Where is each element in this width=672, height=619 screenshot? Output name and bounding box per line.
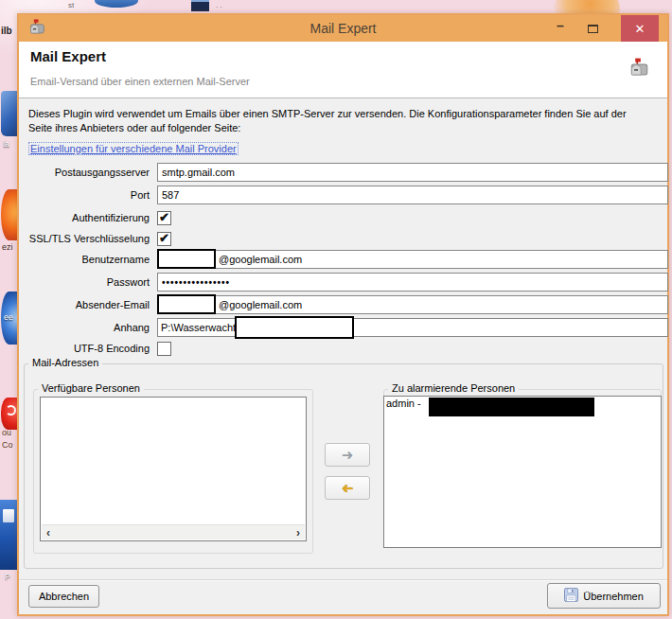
close-button[interactable]: ✕ xyxy=(621,15,659,42)
arrow-left-icon: ➜ xyxy=(342,480,354,497)
username-label: Benutzername xyxy=(19,254,150,265)
mail-addresses-group-label: Mail-Adressen xyxy=(28,357,102,368)
move-left-button[interactable]: ➜ xyxy=(325,476,370,500)
desktop-icon-label: ezi xyxy=(2,242,13,252)
dialog-body: Dieses Plugin wird verwendet um Emails ü… xyxy=(19,99,667,614)
smtp-server-label: Postausgangsserver xyxy=(19,167,150,178)
desktop-icon-label: ilb xyxy=(1,26,12,36)
desktop-icon-fragment-top2[interactable] xyxy=(191,0,209,11)
ssl-tls-label: SSL/TLS Verschlüsselung xyxy=(19,233,150,244)
title-bar[interactable]: Mail Expert – ✕ xyxy=(19,15,667,42)
page-subtitle: Email-Versand über einen externen Mail-S… xyxy=(30,76,250,87)
apply-button[interactable]: Übernehmen xyxy=(547,583,661,609)
redaction-box xyxy=(235,316,354,339)
sender-domain-text: @googlemail.com xyxy=(216,299,302,310)
footer-divider xyxy=(19,579,667,581)
attachment-path-text: P:\Wasserwacht\ xyxy=(158,322,239,333)
sender-email-label: Absender-Email xyxy=(19,299,150,310)
checkmark-icon: ✔ xyxy=(159,211,169,223)
alert-persons-group: Zu alarmierende Personen admin - xyxy=(383,389,662,548)
desktop-icon-label: P xyxy=(5,572,10,581)
utf8-encoding-label: UTF-8 Encoding xyxy=(19,343,150,354)
alert-person-name: admin - xyxy=(386,398,421,409)
mailbox-icon xyxy=(628,58,650,80)
maximize-button[interactable] xyxy=(580,15,605,42)
form-row-attachment: Anhang P:\Wasserwacht\ xyxy=(19,316,667,339)
cancel-button[interactable]: Abbrechen xyxy=(28,585,99,608)
password-input[interactable] xyxy=(157,273,668,292)
desktop-icon-label: Co xyxy=(2,440,13,450)
scroll-right-icon[interactable]: › xyxy=(296,526,300,539)
save-icon xyxy=(564,588,578,604)
desktop-icon-label: ee xyxy=(4,312,13,322)
desktop-icon-red-browser[interactable] xyxy=(1,398,17,430)
ssl-tls-checkbox[interactable]: ✔ xyxy=(157,232,171,246)
authentication-checkbox[interactable]: ✔ xyxy=(157,211,171,225)
form-row-password: Passwort xyxy=(19,271,667,293)
desktop-icon-label: la xyxy=(3,139,9,149)
arrow-right-icon: ➜ xyxy=(342,447,354,464)
move-right-button[interactable]: ➜ xyxy=(325,443,370,467)
mail-addresses-group: Mail-Adressen Verfügbare Personen ‹ › ➜ … xyxy=(24,363,663,569)
form-row-ssl: SSL/TLS Verschlüsselung ✔ xyxy=(19,229,667,248)
form-row-sender: Absender-Email @googlemail.com xyxy=(19,293,667,316)
port-input[interactable] xyxy=(157,186,668,204)
desktop-icon-label: ou xyxy=(2,428,11,437)
port-label: Port xyxy=(19,189,150,201)
cancel-button-label: Abbrechen xyxy=(39,591,89,602)
alert-persons-list[interactable]: admin - xyxy=(383,396,662,548)
maximize-icon xyxy=(588,25,598,33)
alert-persons-label: Zu alarmierende Personen xyxy=(388,382,519,394)
scroll-left-icon[interactable]: ‹ xyxy=(46,526,50,539)
checkmark-icon: ✔ xyxy=(159,232,169,244)
dialog-header: Mail Expert Email-Versand über einen ext… xyxy=(19,42,667,98)
mail-expert-dialog: Mail Expert – ✕ Mail Expert Email-Versan… xyxy=(17,13,669,616)
available-persons-list[interactable]: ‹ › xyxy=(40,397,307,541)
username-input[interactable]: @googlemail.com xyxy=(157,250,668,269)
browser-swirl-icon xyxy=(6,405,16,416)
password-label: Passwort xyxy=(19,276,150,288)
desktop-icon-blue[interactable] xyxy=(1,91,17,136)
form-row-username: Benutzername @googlemail.com xyxy=(19,248,667,271)
utf8-encoding-checkbox[interactable] xyxy=(157,342,171,356)
redaction-box xyxy=(157,294,216,314)
attachment-label: Anhang xyxy=(19,322,150,333)
username-domain-text: @googlemail.com xyxy=(216,254,302,265)
list-item[interactable]: admin - xyxy=(384,397,661,417)
sender-email-input[interactable]: @googlemail.com xyxy=(157,295,668,314)
mail-provider-settings-link[interactable]: Einstellungen für verschiedene Mail Prov… xyxy=(28,142,239,155)
desktop-icon-label: st xyxy=(68,1,74,9)
plugin-description-line1: Dieses Plugin wird verwendet um Emails ü… xyxy=(28,108,660,119)
attachment-input[interactable]: P:\Wasserwacht\ xyxy=(157,318,668,337)
redaction-box xyxy=(429,398,594,416)
page-title: Mail Expert xyxy=(30,48,106,64)
apply-button-label: Übernehmen xyxy=(583,591,644,602)
form-row-auth: Authentifizierung ✔ xyxy=(19,206,667,229)
form-row-utf8: UTF-8 Encoding xyxy=(19,339,667,358)
document-icon xyxy=(3,509,14,522)
authentication-label: Authentifizierung xyxy=(19,212,150,223)
smtp-config-form: Postausgangsserver Port Authentifizierun… xyxy=(19,161,667,358)
form-row-smtp: Postausgangsserver xyxy=(19,161,667,184)
redaction-box xyxy=(157,249,216,269)
plugin-description-line2: Seite ihres Anbieters oder auf folgender… xyxy=(28,122,660,133)
desktop-icon-label: .. xyxy=(216,1,223,9)
smtp-server-input[interactable] xyxy=(157,163,668,182)
form-row-port: Port xyxy=(19,184,667,206)
horizontal-scrollbar[interactable]: ‹ › xyxy=(42,524,305,539)
desktop-icon-firefox[interactable] xyxy=(1,189,17,240)
minimize-button[interactable]: – xyxy=(548,15,573,42)
desktop-icon-document[interactable] xyxy=(0,500,17,570)
available-persons-label: Verfügbare Personen xyxy=(38,382,144,394)
available-persons-group: Verfügbare Personen ‹ › xyxy=(33,389,313,554)
